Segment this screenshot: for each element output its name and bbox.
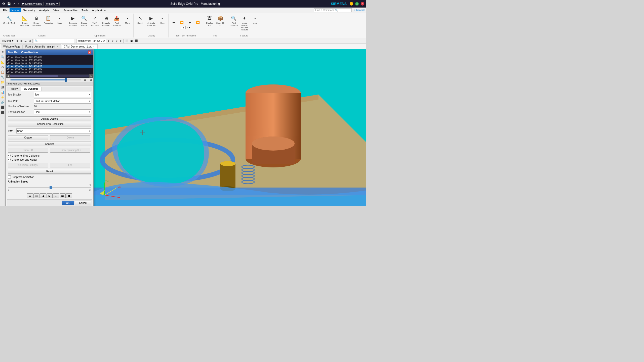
tab-welcome[interactable]: Welcome Page: [1, 44, 23, 49]
speed-arrow-down[interactable]: ▼: [189, 26, 191, 29]
verify-toolpath-button[interactable]: ✓ VerifyTool Path: [90, 14, 100, 27]
menu-file[interactable]: File: [1, 8, 10, 12]
close-button[interactable]: ×: [361, 2, 364, 6]
qa-redo[interactable]: ↪: [16, 2, 19, 6]
delete-button[interactable]: Delete: [50, 135, 90, 140]
menu-assemblies[interactable]: Assemblies: [61, 8, 79, 12]
sidebar-folder-icon[interactable]: 📁: [1, 80, 5, 84]
operations-more-button[interactable]: ▼ More: [122, 14, 132, 25]
tutorials-link[interactable]: ? Tutorials: [354, 9, 365, 12]
speed-arrow-up[interactable]: ▲: [186, 26, 188, 29]
tb-icon-1[interactable]: ⊕: [16, 39, 19, 42]
tpv-close-button[interactable]: ×: [88, 51, 91, 54]
display-more-button[interactable]: ▼ More: [157, 14, 167, 25]
tab-replay[interactable]: Replay: [7, 87, 21, 91]
tb-icon-2[interactable]: ⊞: [20, 39, 23, 42]
post-process-button[interactable]: 📤 PostProcess: [112, 14, 122, 27]
anim-speed-slider[interactable]: [8, 187, 91, 188]
minimize-button[interactable]: −: [350, 2, 353, 6]
sidebar-tool-icon[interactable]: 🔧: [1, 75, 5, 79]
actions-more-button[interactable]: ▼ More: [55, 14, 65, 25]
suppress-checkbox[interactable]: [8, 175, 11, 178]
create-button[interactable]: Create: [8, 135, 48, 140]
sidebar-nav-icon[interactable]: ≡: [1, 50, 5, 54]
pb-last-button[interactable]: ⏭: [60, 193, 66, 198]
find-features-button[interactable]: 🔍 FindFeatures: [228, 14, 239, 27]
qa-save[interactable]: 💾: [7, 2, 11, 6]
enhance-ipw-button[interactable]: Enhance IPW Resolution: [8, 122, 91, 126]
properties-button[interactable]: 📋 Properties: [43, 14, 54, 25]
menu-home[interactable]: Home: [10, 8, 21, 12]
pb-stop-button[interactable]: ⏹: [66, 193, 72, 198]
code-scroll-left[interactable]: ◀: [6, 74, 10, 78]
tab-cam-demo[interactable]: CAM_Demo_setup_1.prt ×: [62, 44, 98, 49]
select-button[interactable]: ↖ Select: [135, 14, 145, 25]
sidebar-op-icon[interactable]: ⚙: [1, 65, 5, 69]
code-line-3[interactable]: GOTO/-10.793,57.486,10.134: [6, 65, 93, 68]
tab-fixture-close[interactable]: ×: [56, 45, 59, 48]
collision-settings-button[interactable]: Collision Settings: [8, 163, 48, 167]
tool-path-select[interactable]: Start to Current Motion ▼: [34, 99, 91, 104]
show-3d-ipw-button[interactable]: 📦 Show 3DIP: [215, 14, 226, 27]
code-line-4[interactable]: GOTO/-10.608,58.047,10.103: [6, 68, 93, 71]
ok-button[interactable]: OK: [62, 201, 74, 205]
viewport-3d[interactable]: XM YM: [92, 49, 366, 206]
menu-geometry[interactable]: Geometry: [21, 8, 37, 12]
create-feature-button[interactable]: ✦ createFeatureProcessFeature: [239, 14, 250, 32]
tb-icon-5[interactable]: ⊘: [111, 39, 114, 42]
sidebar-view-icon[interactable]: 🖼: [1, 85, 5, 89]
qa-undo[interactable]: ↩: [12, 2, 15, 6]
tb-icon-6[interactable]: ⊙: [115, 39, 118, 42]
sidebar-sq1-icon[interactable]: ⬛: [1, 105, 5, 110]
work-part-dropdown[interactable]: Within Work Part Or...: [76, 39, 106, 43]
pb-next-button[interactable]: ⏭: [53, 193, 59, 198]
gauge-check-button[interactable]: 🔍 GaugeCheck: [79, 14, 89, 27]
anim-speed-thumb[interactable]: [50, 186, 52, 189]
menu-tools[interactable]: Tools: [79, 8, 90, 12]
animate-tp-button[interactable]: ▶ AnimateTool Path: [146, 14, 156, 27]
code-line-5[interactable]: GOTO/-10.553,58.343,10.087: [6, 71, 93, 74]
create-operation-button[interactable]: ⚙ CreateOperation: [31, 14, 42, 27]
create-tool-button[interactable]: 🔧 Create Tool: [2, 14, 16, 25]
code-list[interactable]: GOTO/-11.762,56.003,10.227 GOTO/-11.370,…: [6, 55, 93, 74]
anim-play-button[interactable]: ▶: [186, 19, 194, 26]
switch-window[interactable]: ⬒ Switch Window: [21, 2, 44, 6]
show-3d-button[interactable]: Show 3D: [8, 148, 48, 153]
tab-fixture[interactable]: Fixture_Assembly_asm.prt ×: [23, 44, 61, 49]
code-hscrollbar[interactable]: [10, 75, 89, 77]
search-input[interactable]: 🔍: [34, 39, 74, 43]
menu-application[interactable]: Application: [90, 8, 108, 12]
sidebar-sq2-icon[interactable]: ⬛: [1, 110, 5, 115]
maximize-button[interactable]: □: [355, 2, 359, 6]
cancel-button[interactable]: Cancel: [75, 201, 91, 205]
window-controls[interactable]: − □ ×: [350, 2, 364, 6]
sidebar-bolt-icon[interactable]: ⚡: [1, 95, 5, 100]
tb-view-3[interactable]: ⬛: [134, 39, 138, 42]
pb-back-button[interactable]: ◀: [40, 193, 46, 198]
create-geometry-button[interactable]: 📐 CreateGeometry: [19, 14, 30, 27]
code-hscroll-thumb[interactable]: [10, 75, 58, 77]
sidebar-prop-icon[interactable]: 📋: [1, 70, 5, 74]
feature-more-button[interactable]: ▼ More: [250, 14, 260, 25]
code-line-1[interactable]: GOTO/-11.370,56.440,10.196: [6, 59, 93, 62]
anim-prev-button[interactable]: ⏪: [178, 19, 186, 26]
tb-icon-7[interactable]: ⊚: [119, 39, 122, 42]
menu-view[interactable]: View: [51, 8, 61, 12]
pb-first-button[interactable]: ⏮: [27, 193, 33, 198]
sidebar-link-icon[interactable]: 🔗: [1, 100, 5, 105]
tool-display-select[interactable]: Tool ▼: [34, 92, 91, 97]
ipw-select[interactable]: None ▼: [16, 128, 91, 133]
anim-first-button[interactable]: ⏮: [170, 19, 178, 26]
tab-3d-dynamic[interactable]: 3D Dynamic: [21, 87, 42, 91]
display-options-button[interactable]: Display Options: [8, 116, 91, 121]
find-command[interactable]: Find a Command 🔍: [314, 8, 352, 12]
tb-icon-3[interactable]: ☰: [24, 39, 27, 42]
quick-access-bar[interactable]: 💾 ↩ ↪: [7, 2, 19, 6]
generate-toolpath-button[interactable]: ▶ GenerateTool Path: [68, 14, 78, 27]
pb-prev-button[interactable]: ⏮: [33, 193, 39, 198]
reset-button[interactable]: Reset: [8, 169, 91, 174]
sidebar-chart-icon[interactable]: 📊: [1, 90, 5, 95]
check-tool-checkbox[interactable]: ✓: [8, 158, 11, 161]
display-ipw-button[interactable]: 🖼 DisplayIPW: [205, 14, 215, 27]
progress-thumb[interactable]: [65, 78, 67, 82]
